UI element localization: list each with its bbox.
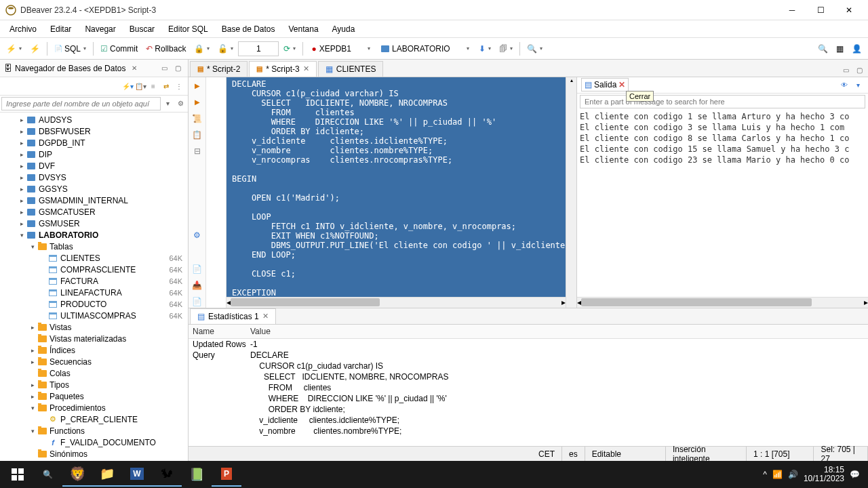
menu-navegar[interactable]: Navegar [78, 22, 122, 37]
rollback-button[interactable]: ↶Rollback [142, 42, 189, 56]
tree-item[interactable]: ▸Secuencias [0, 356, 188, 367]
tree-item[interactable]: Vistas materializadas [0, 333, 188, 344]
new-conn-icon[interactable]: ⚡▾ [121, 80, 134, 92]
menu-editor sql[interactable]: Editor SQL [161, 22, 215, 37]
tree-item[interactable]: ▸Paquetes [0, 390, 188, 402]
tree-item[interactable]: ▸GSMUSER [0, 218, 188, 229]
menu-icon[interactable]: ⋮ [173, 80, 185, 92]
tree-item[interactable]: PRODUCTO64K [0, 298, 188, 310]
dropdown-button-2[interactable]: 🗐▾ [496, 42, 516, 56]
editor-tab[interactable]: ▦CLIENTES [318, 61, 384, 77]
new-folder-icon[interactable]: 📋▾ [134, 80, 146, 92]
max-icon[interactable]: ▢ [172, 62, 184, 75]
taskbar-clock[interactable]: 18:15 10/11/2023 [804, 466, 844, 483]
import-button[interactable]: 📥 [191, 279, 203, 291]
navigator-tree[interactable]: ▸AUDSYS▸DBSFWUSER▸DGPDB_INT▸DIP▸DVF▸DVSY… [0, 113, 188, 461]
min-icon[interactable]: ▭ [840, 64, 852, 77]
tree-item[interactable]: ULTIMASCOMPRAS64K [0, 310, 188, 321]
tree-item[interactable]: ▸DVSYS [0, 171, 188, 183]
explorer-button[interactable]: 📁 [92, 462, 122, 487]
minimize-button[interactable]: ─ [778, 1, 806, 19]
output-eye-icon[interactable]: 👁 [838, 79, 850, 91]
connection-selector[interactable]: ●XEPDB1▾ [307, 42, 375, 56]
tree-item[interactable]: ▾LABORATORIO [0, 229, 188, 241]
editor-hscroll[interactable]: ◂▸ [226, 297, 566, 308]
menu-buscar[interactable]: Buscar [123, 22, 161, 37]
tree-item[interactable]: Colas [0, 367, 188, 379]
fetch-size-input[interactable] [238, 41, 279, 56]
output-hscroll[interactable]: ◂▸ [577, 297, 868, 308]
tree-item[interactable]: ▸DVF [0, 160, 188, 171]
word-button[interactable]: W [122, 462, 152, 487]
collapse-icon[interactable]: ≡ [147, 80, 159, 92]
tray-chevron-icon[interactable]: ^ [763, 470, 767, 479]
sql-editor-button[interactable]: 📄SQL▾ [51, 42, 90, 56]
output-search-input[interactable] [580, 95, 865, 108]
stats-tab-close[interactable]: ✕ [262, 312, 269, 321]
export-button[interactable]: 📄 [191, 263, 203, 275]
tree-item[interactable]: LINEAFACTURA64K [0, 287, 188, 298]
tree-item[interactable]: ▸Vistas [0, 321, 188, 333]
tab-close[interactable]: ✕ [303, 64, 309, 73]
app-button-1[interactable]: 📗 [182, 462, 212, 487]
filter-icon[interactable]: ▾ [161, 97, 174, 109]
tree-item[interactable]: FACTURA64K [0, 275, 188, 287]
tree-item[interactable]: COMPRASCLIENTE64K [0, 264, 188, 275]
search-button[interactable]: 🔍 [814, 42, 831, 56]
tree-item[interactable]: ▾Functions [0, 425, 188, 436]
menu-archivo[interactable]: Archivo [3, 22, 43, 37]
tree-item[interactable]: CLIENTES64K [0, 252, 188, 264]
start-button[interactable] [3, 462, 33, 487]
tx-mode-button[interactable]: 🔒▾ [191, 42, 213, 56]
tree-item[interactable]: ▸Índices [0, 344, 188, 356]
settings-icon[interactable]: ⚙ [191, 229, 203, 241]
output-close-button[interactable]: ✕ [618, 80, 625, 89]
editor-tab[interactable]: ▤* Script-3✕ [249, 61, 316, 77]
dropdown-button-1[interactable]: ⬇▾ [475, 42, 494, 56]
tree-item[interactable]: ▸GSMADMIN_INTERNAL [0, 195, 188, 206]
tree-item[interactable]: ⚙P_CREAR_CLIENTE [0, 413, 188, 425]
navigator-close[interactable]: ✕ [128, 62, 140, 75]
tree-item[interactable]: ▾Tablas [0, 241, 188, 252]
tree-item[interactable]: ▸DGPDB_INT [0, 137, 188, 148]
tree-item[interactable]: ▸DIP [0, 148, 188, 160]
search-dropdown[interactable]: 🔍▾ [524, 42, 546, 56]
new-connection-button[interactable]: ⚡▾ [3, 42, 25, 56]
commit-button[interactable]: ☑Commit [97, 42, 141, 56]
sql-editor[interactable]: DECLARE CURSOR c1(p_ciudad varchar) IS S… [226, 77, 566, 297]
new-sql-button[interactable]: ⚡ [26, 42, 43, 56]
editor-vscroll[interactable]: ▴ [566, 77, 576, 308]
tray-wifi-icon[interactable]: 📶 [772, 470, 783, 479]
refresh-button[interactable]: ⟳▾ [280, 42, 299, 56]
stop-button[interactable]: ⊟ [191, 145, 203, 157]
tree-item[interactable]: fF_VALIDA_DOCUMENTO [0, 436, 188, 448]
schema-selector[interactable]: LABORATORIO▾ [376, 42, 474, 56]
menu-editar[interactable]: Editar [43, 22, 78, 37]
search-button[interactable]: 🔍 [33, 462, 62, 487]
tree-item[interactable]: ▾Procedimientos [0, 402, 188, 413]
execute-button[interactable]: ▶ [191, 80, 203, 92]
min-icon[interactable]: ▭ [158, 62, 170, 75]
dbeaver-taskbar-button[interactable]: 🐿 [152, 462, 182, 487]
perspective-button[interactable]: ▦ [833, 42, 847, 56]
stats-tab[interactable]: ▤Estadísticas 1✕ [190, 308, 276, 324]
filter-settings-icon[interactable]: ⚙ [174, 97, 186, 109]
save-button[interactable]: 📄 [191, 296, 203, 308]
execute-script-button[interactable]: 📜 [191, 113, 203, 125]
user-button[interactable]: 👤 [848, 42, 865, 56]
link-icon[interactable]: ⇄ [160, 80, 172, 92]
menu-base de datos[interactable]: Base de Datos [215, 22, 282, 37]
powerpoint-button[interactable]: P [212, 462, 241, 487]
menu-ayuda[interactable]: Ayuda [326, 22, 362, 37]
menu-ventana[interactable]: Ventana [282, 22, 326, 37]
close-button[interactable]: ✕ [835, 1, 863, 19]
editor-tab[interactable]: ▤* Script-2 [190, 61, 248, 77]
tree-item[interactable]: Sinónimos [0, 448, 188, 460]
tree-item[interactable]: ▸Tipos [0, 379, 188, 390]
tree-item[interactable]: ▸GSMCATUSER [0, 206, 188, 218]
auto-button[interactable]: 🔓▾ [214, 42, 237, 56]
brave-button[interactable]: 🦁 [62, 462, 92, 487]
tree-item[interactable]: ▸DBSFWUSER [0, 125, 188, 137]
max-icon[interactable]: ▢ [853, 64, 865, 77]
explain-button[interactable]: 📋 [191, 129, 203, 141]
